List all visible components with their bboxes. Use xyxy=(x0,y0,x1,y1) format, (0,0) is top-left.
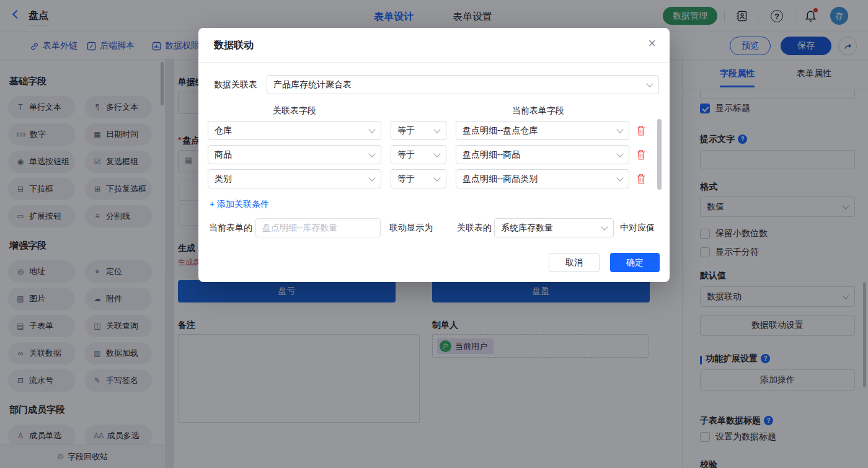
column-header-current-fields: 当前表单字段 xyxy=(512,105,564,117)
current-form-prefix-label: 当前表单的 xyxy=(209,223,252,234)
chevron-down-icon xyxy=(433,174,440,181)
condition-right-select[interactable]: 盘点明细--商品 xyxy=(456,145,629,164)
condition-op-select[interactable]: 等于 xyxy=(391,121,446,140)
chevron-down-icon xyxy=(616,126,623,133)
condition-op-select[interactable]: 等于 xyxy=(391,145,446,164)
delete-condition-icon[interactable] xyxy=(636,174,646,185)
condition-left-select[interactable]: 商品 xyxy=(208,145,381,164)
app-root: 盘点 表单设计 表单设置 数据管理 ? 存 表单外链 后端脚本 数据权限 xyxy=(0,0,868,468)
chevron-down-icon xyxy=(433,150,440,157)
modal-scrollbar[interactable] xyxy=(657,119,662,190)
data-linkage-modal: 数据联动 × 数据关联表 产品库存统计聚合表 关联表字段 当前表单字段 仓库 等… xyxy=(198,28,670,282)
chevron-down-icon xyxy=(616,150,623,157)
linked-table-label: 数据关联表 xyxy=(214,79,257,91)
related-table-prefix-label: 关联表的 xyxy=(457,223,492,234)
condition-right-select[interactable]: 盘点明细--盘点仓库 xyxy=(456,121,629,140)
chevron-down-icon xyxy=(433,126,440,133)
condition-left-select[interactable]: 类别 xyxy=(208,169,381,188)
chevron-down-icon xyxy=(368,126,375,133)
chevron-down-icon xyxy=(368,150,375,157)
chevron-down-icon xyxy=(646,80,653,87)
corresponding-value-label: 中对应值 xyxy=(620,223,655,234)
modal-title: 数据联动 xyxy=(214,39,254,52)
chevron-down-icon xyxy=(616,174,623,181)
close-icon[interactable]: × xyxy=(648,37,656,50)
condition-right-select[interactable]: 盘点明细--商品类别 xyxy=(456,169,629,188)
delete-condition-icon[interactable] xyxy=(636,149,646,161)
chevron-down-icon xyxy=(601,223,608,230)
linked-table-select[interactable]: 产品库存统计聚合表 xyxy=(267,75,659,94)
column-header-linked-fields: 关联表字段 xyxy=(273,105,316,117)
delete-condition-icon[interactable] xyxy=(636,125,646,136)
condition-left-select[interactable]: 仓库 xyxy=(208,121,381,140)
add-condition-link[interactable]: + 添加关联条件 xyxy=(210,199,269,210)
current-field-input[interactable] xyxy=(255,218,381,237)
modal-header: 数据联动 × xyxy=(198,28,670,63)
plus-icon: + xyxy=(210,199,215,209)
cancel-button[interactable]: 取消 xyxy=(549,253,600,272)
chevron-down-icon xyxy=(368,174,375,181)
linkage-display-label: 联动显示为 xyxy=(389,223,433,234)
related-field-select[interactable]: 系统库存数量 xyxy=(494,218,614,237)
confirm-button[interactable]: 确定 xyxy=(610,253,660,272)
condition-op-select[interactable]: 等于 xyxy=(391,169,446,188)
